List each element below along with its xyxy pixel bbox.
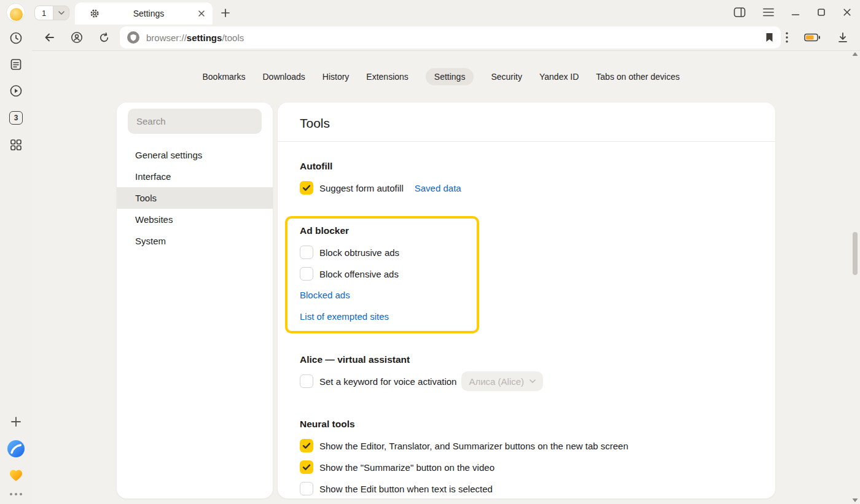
summarize-video-row[interactable]: Show the "Summarize" button on the video [300,460,495,474]
url-text: browser://settings/tools [146,33,244,43]
checkbox-label: Set a keyword for voice activation [319,376,456,387]
more-button[interactable] [786,32,788,43]
tools-settings-panel: Tools Autofill Suggest form autofill Sav… [278,103,775,498]
autofill-section-title: Autofill [300,161,332,172]
tabs-button[interactable]: 3 [9,111,23,125]
browser-logo-icon [7,440,25,458]
nav-settings[interactable]: Settings [426,68,474,85]
refresh-button[interactable] [98,32,110,44]
chevron-down-icon [58,11,64,15]
checkbox-label: Block obtrusive ads [319,247,399,258]
battery-icon [804,33,821,42]
feed-button[interactable] [9,57,23,72]
shield-icon [127,31,139,44]
nav-yandex-id[interactable]: Yandex ID [539,72,579,82]
dropdown-value: Алиса (Alice) [469,376,524,387]
minimize-button[interactable] [791,8,800,17]
ad-blocker-section-title: Ad blocker [300,225,349,236]
gear-icon [90,9,100,18]
side-panel-button[interactable] [733,7,746,18]
block-offensive-ads-row[interactable]: Block offensive ads [300,267,399,281]
page-scrollbar [850,50,860,504]
search-input[interactable] [128,109,262,134]
saved-data-link[interactable]: Saved data [415,183,461,193]
settings-top-nav: Bookmarks Downloads History Extensions S… [32,68,850,86]
scrollbar-thumb[interactable] [853,232,858,275]
ad-blocker-highlight-box: Ad blocker Block obtrusive ads Block off… [285,216,479,333]
browser-logo-button[interactable] [7,440,25,458]
voice-activation-keyword-checkbox[interactable] [300,374,313,388]
menu-button[interactable] [763,8,774,17]
edit-button-text-selected-checkbox[interactable] [300,482,313,495]
address-bar: browser://settings/tools [32,25,860,50]
alice-keyword-dropdown[interactable]: Алиса (Alice) [461,371,543,391]
block-obtrusive-ads-checkbox[interactable] [300,246,313,259]
checkbox-label: Show the Editor, Translator, and Summari… [319,441,628,451]
scroll-down-arrow[interactable] [853,498,858,502]
nav-extensions[interactable]: Extensions [366,72,408,82]
url-field[interactable]: browser://settings/tools [120,26,781,48]
checkbox-label: Block offensive ads [319,269,399,279]
new-tab-button[interactable] [218,6,233,20]
summarize-video-checkbox[interactable] [300,460,313,474]
chevron-down-icon [530,379,536,383]
sidebar-item-general-settings[interactable]: General settings [117,144,273,166]
tab-count-badge: 3 [9,111,23,125]
battery-indicator [804,33,821,42]
addressbar-controls [786,31,849,44]
tab-settings[interactable]: Settings [75,2,213,25]
rail-add-button[interactable] [9,415,23,428]
sidebar-item-websites[interactable]: Websites [117,209,273,230]
edit-button-text-selected-row[interactable]: Show the Edit button when text is select… [300,482,493,495]
nav-history[interactable]: History [322,72,350,82]
blocked-ads-link[interactable]: Blocked ads [300,290,350,300]
services-button[interactable] [9,138,23,152]
video-button[interactable] [9,83,23,98]
profile-button[interactable] [70,31,84,44]
favorites-button[interactable] [8,468,24,483]
rail-more-button[interactable] [10,493,22,495]
block-offensive-ads-checkbox[interactable] [300,267,313,281]
block-obtrusive-ads-row[interactable]: Block obtrusive ads [300,246,399,259]
alice-avatar[interactable] [6,3,25,22]
nav-downloads[interactable]: Downloads [263,72,305,82]
browser-window: 3 1 Settings [0,0,860,504]
exempted-sites-link[interactable]: List of exempted sites [300,311,389,322]
nav-bookmarks[interactable]: Bookmarks [202,72,245,82]
page-title: Tools [300,116,330,131]
play-icon [9,83,23,98]
tab-counter: 1 [34,6,69,20]
nav-tabs-other-devices[interactable]: Tabs on other devices [596,72,679,82]
alice-section-title: Alice — virtual assistant [300,354,410,365]
divider [278,141,775,142]
editor-translator-summarizer-checkbox[interactable] [300,439,313,452]
tab-list-button[interactable] [53,6,69,20]
back-button[interactable] [43,31,55,44]
neural-editor-buttons-row[interactable]: Show the Editor, Translator, and Summari… [300,439,628,452]
sidebar-item-system[interactable]: System [117,230,273,252]
checkbox-label: Suggest form autofill [319,183,404,193]
nav-security[interactable]: Security [491,72,522,82]
bookmark-button[interactable] [765,33,773,42]
close-button[interactable] [843,8,851,17]
tab-close-button[interactable] [198,10,205,17]
scroll-up-arrow[interactable] [853,52,858,56]
autofill-checkbox-row[interactable]: Suggest form autofill Saved data [300,181,461,195]
settings-sidebar: General settings Interface Tools Website… [117,103,273,498]
heart-icon [8,468,24,483]
alice-keyword-row[interactable]: Set a keyword for voice activation Алиса… [300,374,543,388]
left-rail: 3 [0,0,32,504]
sidebar-item-tools[interactable]: Tools [117,187,273,209]
tab-title: Settings [100,9,198,18]
history-button[interactable] [9,31,23,45]
checkbox-label: Show the Edit button when text is select… [319,484,493,494]
maximize-button[interactable] [817,8,826,17]
tab-count[interactable]: 1 [34,6,53,20]
downloads-button[interactable] [837,31,849,44]
plus-icon [221,8,230,18]
suggest-form-autofill-checkbox[interactable] [300,181,313,195]
grid-icon [9,138,23,152]
sidebar-item-interface[interactable]: Interface [117,166,273,187]
plus-icon [9,415,23,428]
kebab-icon [786,32,788,43]
